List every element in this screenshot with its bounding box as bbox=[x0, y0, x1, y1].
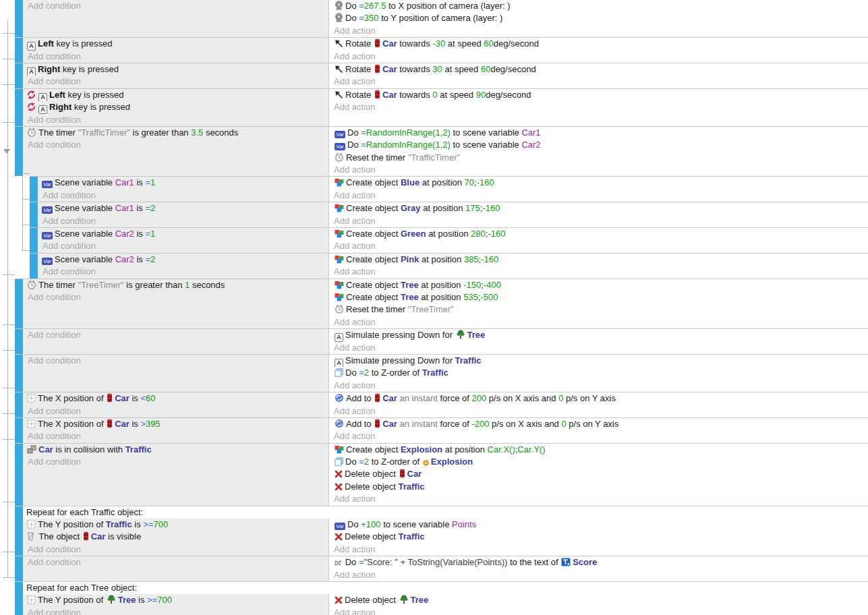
token: Car bbox=[382, 90, 397, 100]
event: ALeft key is pressedARight key is presse… bbox=[15, 88, 868, 126]
var-icon: Var bbox=[335, 127, 345, 139]
collapse-arrow-icon[interactable] bbox=[3, 149, 10, 154]
add-condition-link[interactable]: Add condition bbox=[23, 76, 328, 88]
action-row[interactable]: VarDo =RandomInRange(1,2) to scene varia… bbox=[329, 127, 868, 139]
add-condition-link[interactable]: Add condition bbox=[38, 215, 328, 227]
condition-row[interactable]: The object Car is visible bbox=[23, 531, 328, 543]
action-row[interactable]: VarDo +100 to scene variable Points bbox=[329, 519, 868, 531]
token: Score bbox=[573, 557, 597, 567]
add-condition-link[interactable]: Add condition bbox=[38, 189, 328, 202]
add-action-link[interactable]: Add action bbox=[329, 380, 868, 392]
zorder-icon bbox=[335, 456, 343, 468]
add-condition-link[interactable]: Add condition bbox=[23, 544, 328, 556]
action-row[interactable]: VarDo =RandomInRange(1,2) to scene varia… bbox=[329, 139, 868, 151]
action-row[interactable]: Reset the timer "TreeTimer" bbox=[329, 303, 868, 316]
action-row[interactable]: ASimulate pressing Down for Tree bbox=[329, 329, 868, 341]
action-row[interactable]: Rotate Car towards 30 at speed 60deg/sec… bbox=[329, 63, 868, 76]
action-row[interactable]: Create object Pink at position 385;-160 bbox=[329, 254, 868, 266]
action-row[interactable]: Create object Blue at position 70;-160 bbox=[329, 177, 868, 189]
add-condition-link[interactable]: Add condition bbox=[38, 266, 328, 278]
add-condition-link[interactable]: Add condition bbox=[23, 405, 328, 417]
condition-row[interactable]: Car is in collision with Traffic bbox=[23, 444, 328, 456]
action-row[interactable]: ASimulate pressing Down for Traffic bbox=[329, 355, 868, 367]
add-action-link[interactable]: Add action bbox=[329, 342, 868, 354]
add-condition-link[interactable]: Add condition bbox=[38, 240, 328, 252]
token: 60 bbox=[481, 64, 490, 74]
condition-row[interactable]: The X position of Car is >395 bbox=[23, 418, 328, 430]
repeat-header[interactable]: Repeat for each Traffic object: bbox=[23, 506, 868, 519]
timer-icon bbox=[27, 279, 36, 291]
action-row[interactable]: Rotate Car towards -30 at speed 60deg/se… bbox=[329, 38, 868, 50]
action-row[interactable]: Delete object Tree bbox=[329, 594, 868, 606]
add-action-link[interactable]: Add action bbox=[329, 240, 868, 252]
action-row[interactable]: Create object Green at position 280;-160 bbox=[329, 228, 868, 240]
condition-row[interactable]: VarScene variable Car1 is =1 bbox=[38, 177, 328, 189]
token: is bbox=[134, 254, 146, 264]
action-row[interactable]: Reset the timer "TrafficTimer" bbox=[329, 152, 868, 164]
action-row[interactable]: Do =2 to Z-order of Traffic bbox=[329, 367, 868, 379]
add-action-link[interactable]: Add action bbox=[329, 25, 868, 37]
token: 350 bbox=[364, 13, 379, 23]
condition-row[interactable]: ALeft key is pressed bbox=[23, 38, 328, 50]
action-row[interactable]: Add to Car an instant force of 200 p/s o… bbox=[329, 392, 868, 405]
add-action-link[interactable]: Add action bbox=[329, 266, 868, 278]
add-action-link[interactable]: Add action bbox=[329, 430, 868, 442]
add-action-link[interactable]: Add action bbox=[329, 405, 868, 417]
add-action-link[interactable]: Add action bbox=[329, 569, 868, 581]
add-action-link[interactable]: Add action bbox=[329, 607, 868, 615]
condition-row[interactable]: The Y position of Tree is >=700 bbox=[23, 594, 328, 606]
condition-row[interactable]: VarScene variable Car2 is =2 bbox=[38, 254, 328, 266]
conditions-cell: Add condition bbox=[23, 355, 329, 392]
actions-cell: Add to Car an instant force of 200 p/s o… bbox=[329, 392, 868, 417]
add-action-link[interactable]: Add action bbox=[329, 164, 868, 176]
car-icon bbox=[399, 468, 405, 480]
action-row[interactable]: txt Do ="Score: " + ToString(Variable(Po… bbox=[329, 556, 868, 568]
action-row[interactable]: Delete object Traffic bbox=[329, 481, 868, 493]
condition-row[interactable]: The timer "TrafficTimer" is greater than… bbox=[23, 127, 328, 139]
condition-row[interactable]: VarScene variable Car2 is =1 bbox=[38, 228, 328, 240]
add-action-link[interactable]: Add action bbox=[329, 493, 868, 505]
add-condition-link[interactable]: Add condition bbox=[23, 51, 328, 63]
action-row[interactable]: Add to Car an instant force of -200 p/s … bbox=[329, 418, 868, 430]
add-action-link[interactable]: Add action bbox=[329, 215, 868, 227]
add-condition-link[interactable]: Add condition bbox=[23, 0, 328, 12]
add-condition-link[interactable]: Add condition bbox=[23, 139, 328, 151]
add-action-link[interactable]: Add action bbox=[329, 101, 868, 113]
action-row[interactable]: Do =2 to Z-order of Explosion bbox=[329, 456, 868, 468]
condition-row[interactable]: ARight key is pressed bbox=[23, 63, 328, 76]
event-highlight-bar bbox=[15, 89, 23, 126]
condition-row[interactable]: ARight key is pressed bbox=[23, 101, 328, 113]
add-action-link[interactable]: Add action bbox=[329, 189, 868, 202]
token: p/s on X axis and bbox=[486, 393, 558, 403]
add-condition-link[interactable]: Add condition bbox=[23, 329, 328, 341]
add-condition-link[interactable]: Add condition bbox=[23, 556, 328, 568]
sub-events: VarScene variable Car1 is =1Add conditio… bbox=[30, 176, 868, 278]
condition-row[interactable]: VarScene variable Car1 is =2 bbox=[38, 202, 328, 214]
add-action-link[interactable]: Add action bbox=[329, 76, 868, 88]
action-row[interactable]: Do =350 to Y position of camera (layer: … bbox=[329, 12, 868, 24]
condition-row[interactable]: The X position of Car is <60 bbox=[23, 392, 328, 405]
add-condition-link[interactable]: Add condition bbox=[23, 355, 328, 367]
add-condition-link[interactable]: Add condition bbox=[23, 114, 328, 126]
action-row[interactable]: Create object Tree at position 535;-500 bbox=[329, 291, 868, 303]
add-action-link[interactable]: Add action bbox=[329, 544, 868, 556]
add-condition-link[interactable]: Add condition bbox=[23, 430, 328, 442]
action-row[interactable]: Do =267.5 to X position of camera (layer… bbox=[329, 0, 868, 12]
rotate-icon bbox=[335, 89, 343, 101]
action-row[interactable]: Rotate Car towards 0 at speed 90deg/seco… bbox=[329, 89, 868, 101]
action-row[interactable]: Create object Tree at position -150;-400 bbox=[329, 279, 868, 291]
action-row[interactable]: Create object Explosion at position Car.… bbox=[329, 444, 868, 456]
add-action-link[interactable]: Add action bbox=[329, 316, 868, 328]
add-condition-link[interactable]: Add condition bbox=[23, 456, 328, 468]
action-row[interactable]: Create object Gray at position 175;-160 bbox=[329, 202, 868, 214]
condition-row[interactable]: The timer "TreeTimer" is greater than 1 … bbox=[23, 279, 328, 291]
condition-row[interactable]: The Y position of Traffic is >=700 bbox=[23, 519, 328, 531]
condition-row[interactable]: ALeft key is pressed bbox=[23, 89, 328, 101]
repeat-header[interactable]: Repeat for each Tree object: bbox=[23, 582, 868, 594]
add-action-link[interactable]: Add action bbox=[329, 51, 868, 63]
add-condition-link[interactable]: Add condition bbox=[23, 607, 328, 615]
visible-icon bbox=[27, 531, 34, 543]
add-condition-link[interactable]: Add condition bbox=[23, 291, 328, 303]
action-row[interactable]: Delete object Car bbox=[329, 468, 868, 480]
action-row[interactable]: Delete object Traffic bbox=[329, 531, 868, 543]
